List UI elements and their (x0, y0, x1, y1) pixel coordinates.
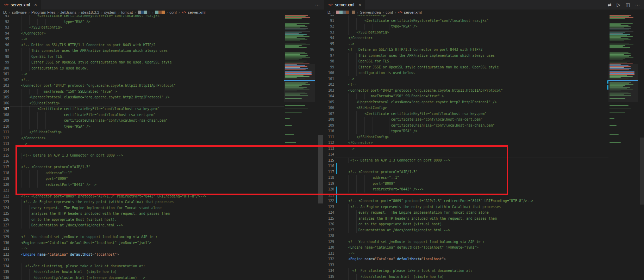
minimap[interactable] (284, 15, 315, 280)
minimap-slider[interactable] (284, 64, 315, 102)
code-line[interactable]: <!-- <Connector port="8009" protocol="AJ… (348, 198, 533, 204)
tab-server-xml-left[interactable]: </> server.xml × (0, 0, 41, 10)
code-line[interactable]: <!-- Define an SSL/TLS HTTP/1.1 Connecto… (21, 42, 155, 48)
minimap[interactable] (608, 15, 638, 280)
breadcrumb-segment[interactable]: D: (327, 10, 331, 14)
code-line[interactable]: <!-- (21, 77, 29, 83)
close-tab-icon[interactable]: × (34, 2, 37, 7)
open-changes-icon[interactable]: ⇄ (608, 2, 612, 7)
code-line[interactable]: --> (21, 36, 27, 42)
code-line[interactable]: <!-- Define an AJP 1.3 Connector on port… (350, 158, 450, 164)
code-line[interactable]: <UpgradeProtocol className="org.apache.c… (29, 95, 170, 101)
code-line[interactable]: Either JSSE or OpenSSL style configurati… (358, 65, 499, 71)
code-line[interactable]: configuration is used below. (31, 66, 88, 72)
more-actions-icon[interactable]: ··· (315, 2, 320, 7)
code-line[interactable]: /docs/cluster-howto.html (simple how to) (33, 269, 117, 275)
code-line[interactable]: type="RSA" /> (391, 128, 418, 134)
code-line[interactable]: <SSLHostConfig> (356, 105, 387, 111)
breadcrumb-file[interactable]: </>server.xml (182, 10, 206, 14)
run-icon[interactable]: ▷ (617, 2, 620, 7)
code-line[interactable]: Documentation at /docs/config/engine.htm… (31, 223, 123, 229)
code-line[interactable]: <!-- <Connector port="8009" protocol="AJ… (21, 194, 206, 200)
code-line[interactable]: --> (348, 146, 354, 152)
tab-server-xml-right[interactable]: </> server.xml × (324, 0, 365, 10)
more-actions-icon[interactable]: ··· (635, 2, 640, 7)
code-line[interactable]: Documentation at /docs/config/engine.htm… (358, 227, 450, 233)
split-editor-icon[interactable]: ◫ (626, 2, 630, 7)
code-line[interactable]: port="8009" (45, 176, 68, 182)
code-line[interactable]: </SSLHostConfig> (356, 134, 389, 140)
code-line[interactable]: --> (348, 76, 354, 82)
code-line[interactable]: address="::1" (373, 175, 399, 181)
code-line[interactable]: <!--For clustering, please take a look a… (352, 268, 473, 274)
code-line[interactable]: Either JSSE or OpenSSL style configurati… (31, 60, 172, 66)
code-line[interactable]: <!-- (348, 82, 356, 88)
code-line[interactable]: <Engine name="Catalina" defaultHost="loc… (21, 240, 151, 246)
code-line[interactable]: configuration is used below. (358, 70, 415, 76)
code-line[interactable]: <Engine name="Catalina" defaultHost="loc… (348, 256, 446, 262)
minimap-slider[interactable] (608, 64, 638, 102)
code-line[interactable]: certificateChainFile="conf/localhost-rsa… (64, 118, 168, 124)
code-line[interactable]: maxThreads="150" SSLEnabled="true" > (44, 89, 117, 95)
code-line[interactable]: redirectPort="8443" />--> (45, 182, 96, 188)
code-line[interactable]: <!-- Define an SSL/TLS HTTP/1.1 Connecto… (348, 47, 482, 53)
breadcrumb-segment[interactable]: tomcat (121, 10, 133, 14)
breadcrumb-segment[interactable]: system (104, 10, 117, 14)
code-line[interactable]: </Connector> (348, 140, 373, 146)
code-line[interactable]: --> (21, 71, 27, 77)
code-line[interactable]: <!-- <Connector protocol="AJP/1.3" (348, 169, 417, 175)
code-line[interactable]: <Connector port="8443" protocol="org.apa… (348, 88, 503, 94)
code-line[interactable]: <Certificate certificateKeyFile="conf/lo… (364, 111, 487, 117)
breadcrumb-segment[interactable]: D: (3, 10, 7, 14)
code-line[interactable]: <!-- You should set jvmRoute to support … (348, 239, 484, 245)
code-line[interactable]: <!-- An Engine represents the entry poin… (23, 199, 174, 205)
breadcrumb-segment[interactable]: JetBrains (60, 10, 76, 14)
scrollbar-slider[interactable] (318, 135, 323, 203)
code-line[interactable]: <!--For clustering, please take a look a… (25, 263, 145, 269)
code-line[interactable]: <Certificate certificateKeyFile="conf/lo… (37, 106, 160, 112)
code-line[interactable]: type="RSA" /> (64, 124, 90, 130)
code-line[interactable]: every request. The Engine implementation… (31, 205, 162, 211)
code-line[interactable]: </SSLHostConfig> (29, 129, 62, 135)
code-line[interactable]: <!-- <Connector protocol="AJP/1.3" (21, 164, 90, 170)
code-line[interactable]: </Connector> (348, 35, 373, 41)
code-line[interactable]: maxThreads="150" SSLEnabled="true" > (371, 93, 444, 99)
code-line[interactable]: <Engine name="Catalina" defaultHost="loc… (348, 245, 479, 251)
breadcrumb-segment[interactable]: ServersIdea (360, 10, 381, 14)
code-line[interactable]: </SSLHostConfig> (356, 30, 389, 36)
modified-lines-indicator[interactable] (336, 163, 337, 174)
code-line[interactable]: <Certificate certificateKeystoreFile="co… (364, 18, 488, 24)
code-line[interactable]: address="::1" (45, 170, 72, 176)
breadcrumb-segment[interactable]: idea18.3.3 (81, 10, 99, 14)
code-line[interactable]: certificateChainFile="conf/localhost-rsa… (391, 123, 495, 129)
breadcrumb-segment[interactable]: conf (169, 10, 177, 14)
code-line[interactable]: <!-- Define an AJP 1.3 Connector on port… (23, 153, 123, 159)
editor-right[interactable]: 90<SSLHostConfig>91<Certificate certific… (324, 15, 644, 280)
code-line[interactable]: <!-- An Engine represents the entry poin… (350, 204, 501, 210)
code-line[interactable]: analyzes the HTTP headers included with … (31, 211, 170, 217)
code-line[interactable]: port="8009" (373, 181, 395, 187)
code-line[interactable]: </Connector> (21, 135, 45, 141)
code-line[interactable]: analyzes the HTTP headers included with … (358, 216, 497, 222)
code-line[interactable]: certificateFile="conf/localhost-rsa-cert… (64, 112, 156, 118)
code-line[interactable]: type="RSA" /> (64, 19, 90, 25)
code-line[interactable]: --> (21, 141, 27, 147)
code-line[interactable]: type="RSA" /> (391, 24, 418, 30)
code-line[interactable]: <SSLHostConfig> (29, 101, 60, 106)
code-line[interactable]: every request. The Engine implementation… (358, 210, 489, 216)
close-tab-icon[interactable]: × (358, 2, 361, 7)
code-line[interactable]: </SSLHostConfig> (29, 25, 62, 31)
code-line[interactable]: This connector uses the APR/native imple… (358, 53, 495, 59)
scrollbar-slider[interactable] (640, 138, 644, 205)
code-line[interactable]: <SSLHostConfig> (356, 15, 387, 18)
breadcrumb-segment[interactable]: Program Files (31, 10, 55, 14)
code-line[interactable]: on to the appropriate Host (virtual host… (31, 217, 117, 223)
modified-lines-indicator[interactable] (336, 187, 337, 203)
code-line[interactable]: --> (348, 41, 354, 47)
code-line[interactable]: This connector uses the APR/native imple… (31, 48, 168, 54)
breadcrumb-segment[interactable]: conf (386, 10, 393, 14)
breadcrumb-file[interactable]: </>server.xml (398, 10, 422, 14)
code-line[interactable]: OpenSSL for TLS. (31, 54, 64, 60)
code-line[interactable]: <Certificate certificateKeystoreFile="co… (37, 15, 161, 19)
code-line[interactable]: /docs/cluster-howto.html (simple how to) (361, 274, 444, 280)
